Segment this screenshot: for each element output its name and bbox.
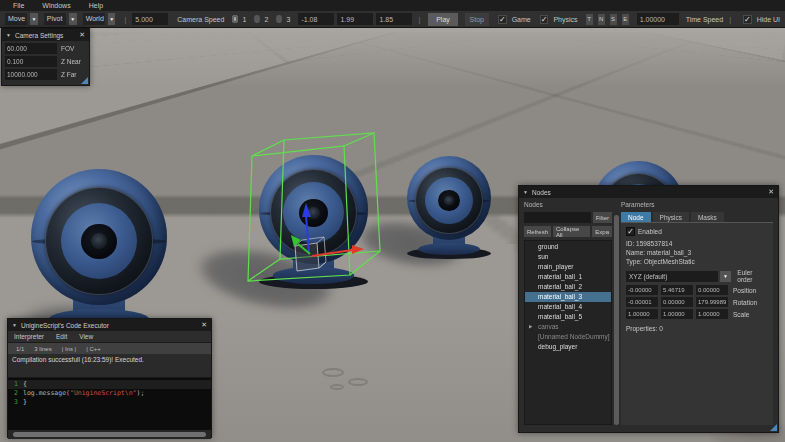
rotation-row: Rotation bbox=[626, 297, 768, 307]
scale-y-field[interactable] bbox=[661, 309, 693, 319]
menu-edit[interactable]: Edit bbox=[56, 333, 67, 340]
tab-node[interactable]: Node bbox=[621, 212, 651, 222]
scrollbar-thumb[interactable] bbox=[13, 432, 206, 437]
znear-field[interactable] bbox=[5, 56, 57, 67]
zfar-field[interactable] bbox=[5, 69, 57, 80]
material-ball-4[interactable] bbox=[407, 156, 491, 240]
collapse-triangle-icon[interactable]: ▼ bbox=[523, 189, 528, 195]
compile-message: Compilation successfull (16:23:59)! Exec… bbox=[8, 354, 211, 378]
resize-handle[interactable] bbox=[81, 77, 88, 84]
tab-masks[interactable]: Masks bbox=[691, 212, 724, 222]
node-item-unnamed-nodedummy[interactable]: [Unnamed NodeDummy] bbox=[525, 332, 611, 342]
transform-mode-select[interactable]: Move bbox=[5, 13, 27, 25]
speed-preset-1-radio[interactable] bbox=[232, 15, 237, 23]
code-editor[interactable]: 1 { 2 log.message("UnigineScript\n"); 3 … bbox=[8, 378, 211, 430]
node-item-material-ball-3-selected[interactable]: material_ball_3 bbox=[525, 292, 611, 302]
hide-ui-checkbox[interactable]: ✓ bbox=[743, 15, 752, 24]
menu-file[interactable]: File bbox=[4, 0, 33, 11]
node-item-canvas[interactable]: ▶canvas bbox=[525, 322, 611, 332]
cursor-position: 1/1 bbox=[16, 346, 24, 352]
chevron-down-icon[interactable]: ▼ bbox=[69, 13, 77, 25]
camera-pos-x-field[interactable] bbox=[298, 13, 334, 25]
menu-view[interactable]: View bbox=[79, 333, 93, 340]
node-item-material-ball-2[interactable]: material_ball_2 bbox=[525, 282, 611, 292]
horizontal-scrollbar[interactable] bbox=[8, 430, 211, 439]
unigine-editor-window: File Windows Help Move ▼ Pivot ▼ World ▼… bbox=[0, 0, 785, 442]
chevron-down-icon[interactable]: ▼ bbox=[108, 13, 116, 25]
code-line[interactable]: 2 log.message("UnigineScript\n"); bbox=[8, 389, 211, 398]
toggle-t-button[interactable]: T bbox=[586, 14, 593, 25]
scale-x-field[interactable] bbox=[626, 309, 658, 319]
game-checkbox[interactable]: ✓ bbox=[498, 15, 507, 24]
nodes-section-header: Nodes bbox=[524, 201, 612, 210]
resize-handle[interactable] bbox=[770, 424, 777, 431]
code-executor-titlebar[interactable]: ▼ UnigineScript's Code Executor ✕ bbox=[8, 319, 211, 331]
collapse-all-button[interactable]: Collapse All bbox=[553, 226, 590, 237]
menu-windows[interactable]: Windows bbox=[33, 0, 79, 11]
play-button[interactable]: Play bbox=[428, 13, 457, 26]
filter-input[interactable] bbox=[524, 212, 591, 223]
speed-preset-3-radio[interactable] bbox=[276, 15, 281, 23]
camera-speed-field[interactable] bbox=[132, 13, 168, 25]
node-item-sun[interactable]: sun bbox=[525, 252, 611, 262]
expand-arrow-icon[interactable]: ▶ bbox=[529, 322, 532, 332]
main-toolbar: Move ▼ Pivot ▼ World ▼ | Camera Speed 1 … bbox=[0, 11, 785, 28]
code-line[interactable]: 1 { bbox=[8, 380, 211, 389]
camera-pos-y-field[interactable] bbox=[337, 13, 373, 25]
node-item-ground[interactable]: ground bbox=[525, 242, 611, 252]
menu-interpreter[interactable]: Interpreter bbox=[14, 333, 44, 340]
node-item-material-ball-5[interactable]: material_ball_5 bbox=[525, 312, 611, 322]
material-ball-1[interactable] bbox=[31, 169, 167, 305]
vertical-scrollbar[interactable] bbox=[614, 215, 619, 425]
nodes-titlebar[interactable]: ▼ Nodes ✕ bbox=[519, 186, 778, 198]
ball-lens-iris bbox=[425, 177, 472, 224]
refresh-button[interactable]: Refresh bbox=[524, 226, 551, 237]
menu-help[interactable]: Help bbox=[80, 0, 112, 11]
rotation-z-field[interactable] bbox=[696, 297, 728, 307]
position-x-field[interactable] bbox=[626, 285, 658, 295]
filter-button[interactable]: Filter bbox=[593, 212, 612, 223]
toggle-e-button[interactable]: E bbox=[622, 14, 629, 25]
close-icon[interactable]: ✕ bbox=[768, 188, 774, 196]
chevron-down-icon[interactable]: ▼ bbox=[720, 271, 731, 282]
rotation-x-field[interactable] bbox=[626, 297, 658, 307]
toggle-n-button[interactable]: N bbox=[598, 14, 605, 25]
close-icon[interactable]: ✕ bbox=[201, 321, 207, 329]
camera-pos-z-field[interactable] bbox=[376, 13, 412, 25]
ball-pupil-core bbox=[91, 233, 106, 248]
euler-order-select[interactable]: XYZ (default) bbox=[626, 271, 718, 282]
speed-preset-2-radio[interactable] bbox=[254, 15, 259, 23]
stop-button[interactable]: Stop bbox=[465, 13, 489, 26]
game-label: Game bbox=[512, 16, 531, 23]
enabled-checkbox[interactable]: ✓ bbox=[626, 227, 635, 236]
position-y-field[interactable] bbox=[661, 285, 693, 295]
close-icon[interactable]: ✕ bbox=[79, 31, 85, 39]
fov-field[interactable] bbox=[5, 43, 57, 54]
tab-physics[interactable]: Physics bbox=[653, 212, 689, 222]
fov-row: FOV bbox=[5, 43, 86, 54]
rotation-y-field[interactable] bbox=[661, 297, 693, 307]
menu-bar: File Windows Help bbox=[0, 0, 785, 11]
filter-row: Filter bbox=[524, 212, 612, 223]
node-item-debug-player[interactable]: debug_player bbox=[525, 342, 611, 352]
position-z-field[interactable] bbox=[696, 285, 728, 295]
code-line[interactable]: 3 } bbox=[8, 398, 211, 407]
node-tab-content: ✓ Enabled ID: 1598537814 Name: material_… bbox=[621, 223, 773, 425]
zfar-row: Z Far bbox=[5, 69, 86, 80]
pivot-select[interactable]: Pivot bbox=[44, 13, 66, 25]
node-item-material-ball-4[interactable]: material_ball_4 bbox=[525, 302, 611, 312]
node-item-main-player[interactable]: main_player bbox=[525, 262, 611, 272]
space-select[interactable]: World bbox=[83, 13, 105, 25]
scrollbar-thumb[interactable] bbox=[614, 215, 619, 425]
camera-settings-titlebar[interactable]: ▼ Camera Settings ✕ bbox=[2, 29, 89, 41]
collapse-triangle-icon[interactable]: ▼ bbox=[6, 32, 11, 38]
time-speed-field[interactable] bbox=[637, 13, 679, 25]
physics-checkbox[interactable]: ✓ bbox=[540, 15, 549, 24]
toggle-s-button[interactable]: S bbox=[610, 14, 617, 25]
collapse-triangle-icon[interactable]: ▼ bbox=[12, 322, 17, 328]
scale-z-field[interactable] bbox=[696, 309, 728, 319]
node-item-material-ball-1[interactable]: material_ball_1 bbox=[525, 272, 611, 282]
expand-all-button[interactable]: Expa bbox=[592, 226, 612, 237]
chevron-down-icon[interactable]: ▼ bbox=[30, 13, 38, 25]
physics-label: Physics bbox=[553, 16, 577, 23]
